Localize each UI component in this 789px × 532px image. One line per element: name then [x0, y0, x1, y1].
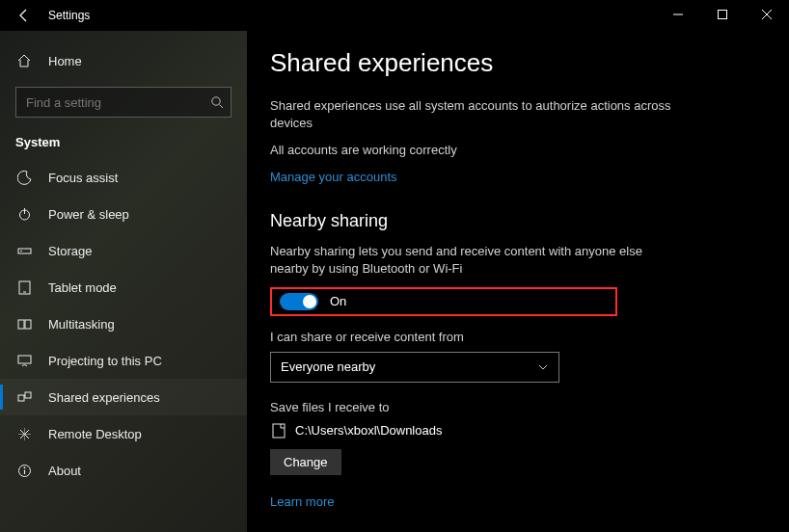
sidebar-item-about[interactable]: About	[0, 452, 247, 489]
nearby-sharing-toggle[interactable]	[280, 293, 318, 310]
description-2: All accounts are working correctly	[270, 142, 675, 159]
nearby-sharing-description: Nearby sharing lets you send and receive…	[270, 243, 675, 278]
svg-rect-16	[25, 392, 31, 398]
sidebar-item-storage[interactable]: Storage	[0, 232, 247, 269]
folder-icon	[270, 422, 287, 439]
back-button[interactable]	[10, 0, 39, 31]
home-icon	[15, 52, 33, 69]
svg-point-19	[23, 466, 25, 468]
save-path: C:\Users\xboxl\Downloads	[295, 423, 442, 438]
description-1: Shared experiences use all system accoun…	[270, 97, 675, 132]
svg-rect-14	[18, 356, 31, 363]
sidebar-item-label: Remote Desktop	[48, 427, 142, 441]
window-title: Settings	[48, 9, 90, 22]
share-from-value: Everyone nearby	[281, 359, 375, 374]
chevron-down-icon	[537, 361, 549, 373]
sidebar-item-tablet-mode[interactable]: Tablet mode	[0, 269, 247, 306]
content-area: Shared experiences Shared experiences us…	[247, 31, 789, 532]
sidebar-item-label: Tablet mode	[48, 280, 117, 295]
svg-point-9	[20, 250, 22, 252]
search-input[interactable]	[15, 87, 231, 118]
sidebar-item-label: Projecting to this PC	[48, 354, 162, 368]
sidebar-item-projecting[interactable]: Projecting to this PC	[0, 342, 247, 379]
sidebar-item-label: About	[48, 464, 81, 478]
sidebar-item-multitasking[interactable]: Multitasking	[0, 306, 247, 342]
sidebar-item-label: Focus assist	[48, 171, 118, 185]
power-icon	[15, 205, 33, 223]
multitasking-icon	[15, 315, 33, 332]
sidebar-item-label: Storage	[48, 244, 93, 258]
sidebar-item-label: Shared experiences	[48, 390, 160, 405]
share-from-select[interactable]: Everyone nearby	[270, 352, 559, 383]
sidebar-item-power-sleep[interactable]: Power & sleep	[0, 196, 247, 232]
save-files-label: Save files I receive to	[270, 400, 766, 414]
search-icon	[210, 95, 224, 109]
remote-desktop-icon	[15, 425, 33, 442]
sidebar-item-shared-experiences[interactable]: Shared experiences	[0, 379, 247, 415]
svg-rect-20	[273, 424, 285, 438]
close-button[interactable]	[745, 0, 789, 29]
sidebar-item-label: Power & sleep	[48, 207, 129, 222]
learn-more-link[interactable]: Learn more	[270, 494, 766, 509]
sidebar-item-focus-assist[interactable]: Focus assist	[0, 159, 247, 196]
toggle-state-label: On	[330, 294, 346, 308]
manage-accounts-link[interactable]: Manage your accounts	[270, 170, 766, 184]
moon-icon	[15, 169, 33, 186]
svg-rect-12	[18, 320, 24, 329]
svg-rect-13	[25, 320, 31, 329]
tablet-icon	[15, 279, 33, 296]
svg-rect-15	[18, 395, 24, 401]
sidebar-item-label: Multitasking	[48, 317, 115, 332]
home-nav[interactable]: Home	[0, 42, 247, 79]
projecting-icon	[15, 352, 33, 369]
share-from-label: I can share or receive content from	[270, 330, 766, 344]
maximize-button[interactable]	[700, 0, 745, 29]
svg-rect-1	[719, 11, 727, 19]
shared-icon	[15, 388, 33, 406]
minimize-button[interactable]	[656, 0, 700, 29]
storage-icon	[15, 242, 33, 259]
svg-point-4	[212, 97, 220, 105]
sidebar: Home System Focus assist Power & sleep	[0, 31, 247, 532]
page-title: Shared experiences	[270, 48, 766, 78]
info-icon	[15, 462, 33, 479]
change-button[interactable]: Change	[270, 449, 341, 475]
sidebar-item-remote-desktop[interactable]: Remote Desktop	[0, 415, 247, 452]
home-label: Home	[48, 54, 82, 68]
svg-rect-8	[18, 249, 31, 253]
nearby-toggle-highlight: On	[270, 287, 617, 316]
nearby-sharing-heading: Nearby sharing	[270, 211, 766, 231]
svg-line-5	[220, 105, 224, 109]
sidebar-section-title: System	[0, 131, 247, 159]
